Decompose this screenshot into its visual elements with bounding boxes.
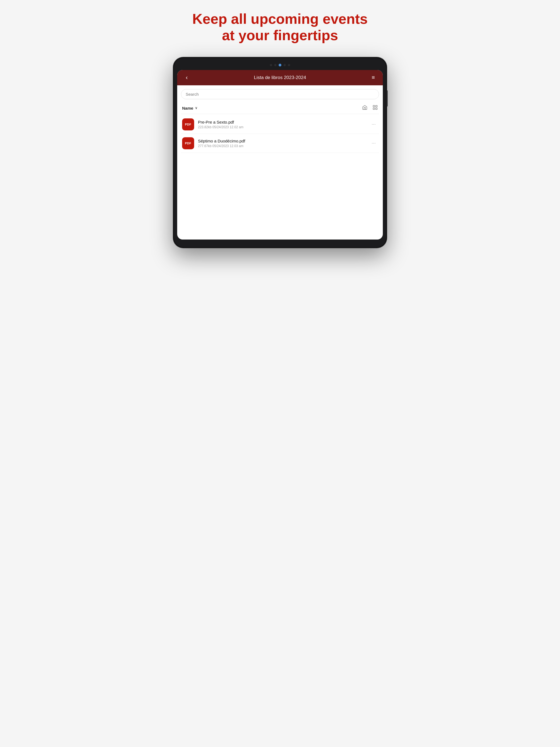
grid-icon[interactable] xyxy=(373,105,378,111)
menu-button[interactable]: ≡ xyxy=(369,74,377,81)
sort-name-button[interactable]: Name ∨ xyxy=(182,106,198,110)
pdf-icon-1: PDF xyxy=(182,119,194,130)
tablet-side-button xyxy=(387,90,388,107)
search-container xyxy=(181,89,379,99)
app-header: ‹ Lista de libros 2023-2024 ≡ xyxy=(177,70,383,85)
file-info-1: Pre-Pre a Sexto.pdf 223.82kb 05/24/2023 … xyxy=(198,120,370,129)
camera-dot-4 xyxy=(284,64,286,66)
headline-line1: Keep all upcoming events xyxy=(192,11,368,27)
file-meta-2: 277.67kb 05/24/2023 12.03 am xyxy=(198,144,370,148)
camera-dot-3 xyxy=(279,64,281,67)
camera-dot-1 xyxy=(270,64,272,66)
file-list: PDF Pre-Pre a Sexto.pdf 223.82kb 05/24/2… xyxy=(181,115,379,153)
file-info-2: Séptimo a Duodécimo.pdf 277.67kb 05/24/2… xyxy=(198,138,370,148)
file-name-2: Séptimo a Duodécimo.pdf xyxy=(198,138,370,143)
empty-content-area xyxy=(181,153,379,229)
svg-rect-1 xyxy=(376,105,377,107)
file-name-1: Pre-Pre a Sexto.pdf xyxy=(198,120,370,124)
tablet-screen: ‹ Lista de libros 2023-2024 ≡ Name ∨ xyxy=(177,70,383,239)
app-content: Name ∨ xyxy=(177,85,383,235)
sort-name-label: Name xyxy=(182,106,193,110)
back-button[interactable]: ‹ xyxy=(183,74,191,81)
svg-rect-0 xyxy=(373,105,375,107)
file-item-1[interactable]: PDF Pre-Pre a Sexto.pdf 223.82kb 05/24/2… xyxy=(181,115,379,134)
toolbar-icons xyxy=(362,105,378,111)
headline-line2: at your fingertips xyxy=(222,27,338,43)
file-more-button-2[interactable]: ··· xyxy=(370,139,378,147)
camera-dot-2 xyxy=(274,64,276,66)
page-headline: Keep all upcoming events at your fingert… xyxy=(192,11,368,44)
header-title: Lista de libros 2023-2024 xyxy=(191,75,369,80)
search-input[interactable] xyxy=(181,89,379,99)
file-more-button-1[interactable]: ··· xyxy=(370,120,378,128)
tablet-frame: ‹ Lista de libros 2023-2024 ≡ Name ∨ xyxy=(173,57,387,248)
camera-bar xyxy=(177,62,383,68)
svg-rect-2 xyxy=(373,108,375,109)
camera-dot-5 xyxy=(288,64,290,66)
chevron-down-icon: ∨ xyxy=(195,106,198,110)
toolbar-row: Name ∨ xyxy=(181,103,379,114)
pdf-icon-2: PDF xyxy=(182,137,194,149)
svg-rect-3 xyxy=(376,108,377,109)
file-item-2[interactable]: PDF Séptimo a Duodécimo.pdf 277.67kb 05/… xyxy=(181,134,379,153)
file-meta-1: 223.82kb 05/24/2023 12.02 am xyxy=(198,125,370,129)
home-icon[interactable] xyxy=(362,105,367,111)
